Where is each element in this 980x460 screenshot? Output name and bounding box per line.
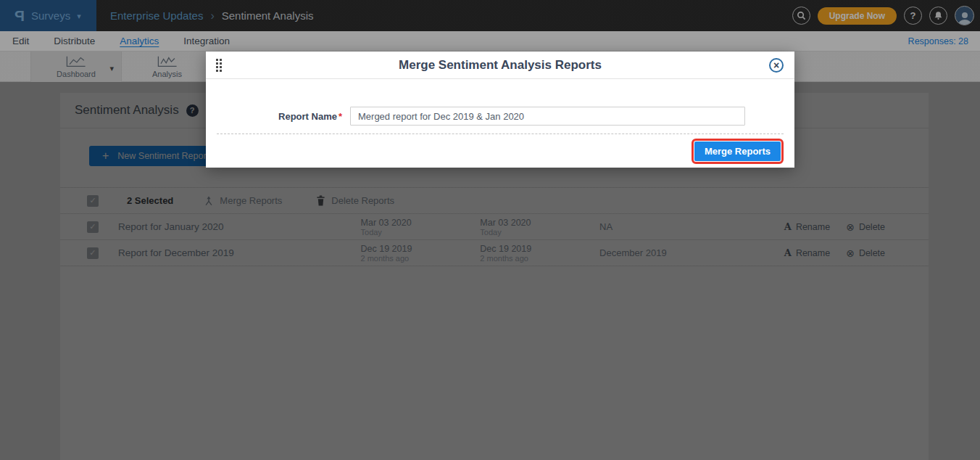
merge-reports-modal: Merge Sentiment Analysis Reports × Repor… <box>206 52 794 168</box>
modal-title: Merge Sentiment Analysis Reports <box>399 58 602 73</box>
modal-body: Report Name* <box>206 107 794 126</box>
modal-header: Merge Sentiment Analysis Reports × <box>206 52 794 79</box>
merge-reports-submit-button[interactable]: Merge Reports <box>694 141 781 161</box>
modal-footer: Merge Reports <box>206 134 794 161</box>
required-asterisk: * <box>339 111 342 122</box>
app-screen: P Surveys ▾ Enterprise Updates › Sentime… <box>0 0 980 460</box>
drag-handle-icon[interactable] <box>216 59 222 72</box>
report-name-label: Report Name* <box>206 111 342 122</box>
close-icon[interactable]: × <box>769 58 784 73</box>
report-name-input[interactable] <box>350 107 745 126</box>
